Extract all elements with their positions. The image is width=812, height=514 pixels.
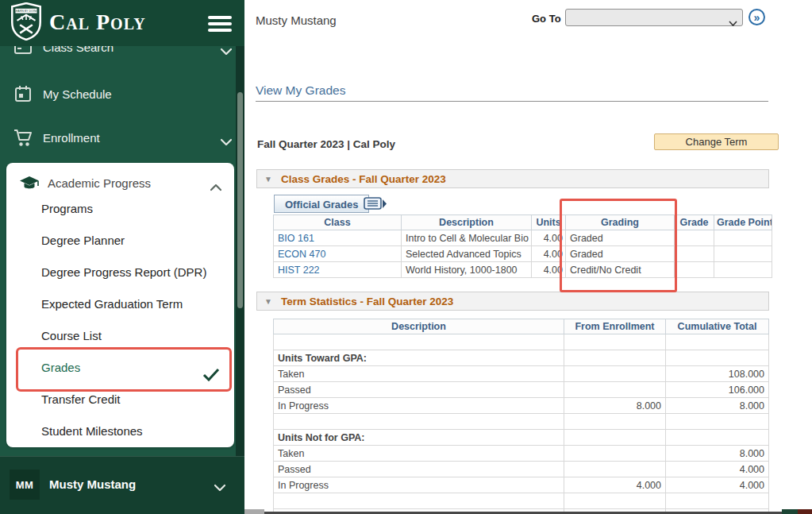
goto-label: Go To	[532, 13, 561, 25]
stat-cumulative-total: 8.000	[666, 446, 769, 462]
stat-cumulative-total	[666, 430, 769, 446]
sidebar-subitem-grades[interactable]: Grades	[6, 352, 234, 384]
class-grade	[675, 262, 714, 278]
stat-description: Taken	[274, 446, 564, 462]
class-description: World History, 1000-1800	[402, 262, 532, 278]
class-units: 4.00	[532, 262, 566, 278]
chevron-down-icon	[221, 134, 232, 148]
academic-progress-panel: Academic Progress Programs Degree Planne…	[6, 163, 234, 447]
class-grades-row: BIO 161Intro to Cell & Molecular Bio4.00…	[274, 230, 772, 246]
sidebar-subitem-label: Grades	[41, 361, 80, 374]
sidebar-subitem-degree-planner[interactable]: Degree Planner	[6, 225, 234, 257]
term-stats-row: Taken8.000	[274, 446, 769, 462]
calendar-icon	[13, 85, 33, 102]
term-stats-row: In Progress8.0008.000	[274, 398, 769, 414]
sidebar-user-footer[interactable]: MM Musty Mustang	[0, 456, 244, 514]
stat-from-enrollment	[564, 493, 666, 509]
class-link[interactable]: BIO 161	[274, 230, 402, 246]
section-title: Term Statistics - Fall Quarter 2023	[281, 296, 453, 307]
column-header: From Enrollment	[564, 319, 666, 334]
column-header: Grade	[675, 215, 714, 230]
sidebar-scrollbar-thumb[interactable]	[237, 92, 243, 308]
class-grade	[675, 230, 714, 246]
term-stats-row: Passed106.000	[274, 382, 769, 398]
sidebar-item-my-schedule[interactable]: My Schedule	[0, 79, 244, 109]
goto-submit-button[interactable]: »	[749, 9, 765, 25]
class-grades-header-row: ClassDescriptionUnitsGradingGradeGrade P…	[274, 215, 772, 230]
screen: Class Search My Schedule Enrollment	[0, 0, 812, 514]
sidebar-subitem-expected-graduation-term[interactable]: Expected Graduation Term	[6, 288, 234, 320]
term-stats-row: In Progress4.0004.000	[274, 477, 769, 493]
chevron-up-icon	[210, 180, 221, 194]
stat-cumulative-total	[666, 334, 769, 350]
column-header: Grade Points	[714, 215, 772, 230]
stat-description: Passed	[274, 462, 564, 477]
sidebar-subitem-student-milestones[interactable]: Student Milestones	[6, 415, 234, 447]
class-grades-table: ClassDescriptionUnitsGradingGradeGrade P…	[273, 214, 772, 278]
class-grades-section-header[interactable]: ▼ Class Grades - Fall Quarter 2023	[256, 169, 769, 188]
stat-from-enrollment	[564, 430, 666, 446]
main-content: Musty Mustang Go To » View My Grades Fal…	[244, 0, 812, 514]
sidebar-item-enrollment[interactable]: Enrollment	[0, 122, 244, 153]
topbar-user-name: Musty Mustang	[256, 14, 337, 27]
term-statistics-section-header[interactable]: ▼ Term Statistics - Fall Quarter 2023	[256, 292, 769, 311]
stat-from-enrollment	[564, 366, 666, 382]
class-link[interactable]: HIST 222	[274, 262, 402, 278]
column-header: Class	[274, 215, 402, 230]
stat-cumulative-total: 4.000	[666, 462, 769, 477]
cart-icon	[13, 129, 33, 147]
stat-from-enrollment	[564, 446, 666, 462]
stat-from-enrollment: 8.000	[564, 398, 666, 414]
column-header: Cumulative Total	[666, 319, 769, 334]
show-grid-icon[interactable]	[364, 197, 387, 214]
term-statistics-table: DescriptionFrom EnrollmentCumulative Tot…	[273, 319, 769, 514]
collapse-triangle-icon: ▼	[264, 297, 272, 306]
term-stats-row	[274, 334, 769, 350]
stat-description: In Progress	[274, 477, 564, 493]
class-grading: Graded	[566, 246, 675, 262]
class-grades-row: ECON 470Selected Advanced Topics4.00Grad…	[274, 246, 772, 262]
sidebar-item-label: My Schedule	[43, 87, 112, 101]
academic-progress-children: Programs Degree Planner Degree Progress …	[6, 193, 234, 447]
class-grade-points	[714, 230, 772, 246]
stat-from-enrollment	[564, 462, 666, 477]
term-label: Fall Quarter 2023 | Cal Poly	[257, 138, 395, 150]
class-link[interactable]: ECON 470	[274, 246, 402, 262]
title-divider	[256, 101, 768, 102]
collapse-triangle-icon: ▼	[264, 175, 272, 184]
class-grading: Graded	[566, 230, 675, 246]
sidebar-header: LEARN BY DOING Cal Poly	[0, 0, 244, 46]
sidebar-item-label: Academic Progress	[48, 176, 151, 190]
column-header: Grading	[566, 215, 675, 230]
column-header: Description	[274, 319, 564, 334]
change-term-button[interactable]: Change Term	[654, 133, 779, 150]
tab-official-grades[interactable]: Official Grades	[274, 195, 369, 213]
stat-cumulative-total: 8.000	[666, 398, 769, 414]
chevron-down-icon	[214, 480, 225, 494]
stat-description: In Progress	[274, 398, 564, 414]
sidebar-subitem-course-list[interactable]: Course List	[6, 320, 234, 352]
class-description: Intro to Cell & Molecular Bio	[402, 230, 532, 246]
section-title: Class Grades - Fall Quarter 2023	[281, 173, 446, 185]
avatar: MM	[10, 470, 40, 500]
class-grade	[675, 246, 714, 262]
goto-select[interactable]	[565, 9, 743, 26]
term-stats-row: Passed4.000	[274, 462, 769, 477]
stat-cumulative-total	[666, 414, 769, 430]
class-description: Selected Advanced Topics	[402, 246, 532, 262]
stat-description: Units Toward GPA:	[274, 350, 564, 366]
stat-from-enrollment	[564, 414, 666, 430]
brand-name: Cal Poly	[49, 10, 146, 35]
sidebar-subitem-transfer-credit[interactable]: Transfer Credit	[6, 384, 234, 415]
class-grades-body: BIO 161Intro to Cell & Molecular Bio4.00…	[274, 230, 772, 278]
sidebar-subitem-programs[interactable]: Programs	[6, 193, 234, 225]
term-stats-row: Units Not for GPA:	[274, 430, 769, 446]
stat-from-enrollment	[564, 334, 666, 350]
column-header: Units	[532, 215, 566, 230]
sidebar: Class Search My Schedule Enrollment	[0, 0, 244, 514]
hamburger-menu-icon[interactable]	[208, 16, 232, 35]
stat-cumulative-total	[666, 350, 769, 366]
stat-from-enrollment: 4.000	[564, 477, 666, 493]
sidebar-subitem-degree-progress-report[interactable]: Degree Progress Report (DPR)	[6, 257, 234, 288]
sidebar-user-name: Musty Mustang	[49, 477, 136, 491]
